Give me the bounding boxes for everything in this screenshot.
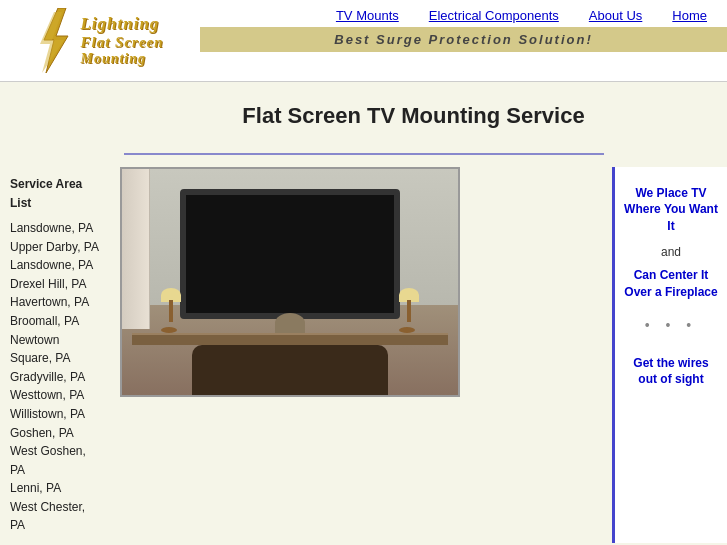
logo-line3: Mounting — [80, 51, 163, 67]
right-sidebar-dots: • • • — [645, 317, 697, 333]
right-sidebar-connector: and — [661, 245, 681, 259]
right-sidebar-item3: Get the wires out of sight — [623, 355, 719, 389]
service-list-item: West Goshen, PA — [10, 442, 100, 479]
title-section: Flat Screen TV Mounting Service — [200, 82, 627, 141]
service-list-item: Upper Darby, PA — [10, 238, 100, 257]
service-list-item: Gradyville, PA — [10, 368, 100, 387]
nav-about[interactable]: About Us — [589, 8, 642, 23]
service-area-title: Service Area List — [10, 175, 100, 213]
lightning-icon — [36, 8, 76, 73]
main-layout: Service Area List Lansdowne, PAUpper Dar… — [0, 167, 727, 543]
service-list-item: Lansdowne, PA — [10, 219, 100, 238]
service-list-item: West Chester, PA — [10, 498, 100, 535]
logo-line2: Flat Screen — [80, 34, 163, 51]
service-list-item: Lansdowne, PA — [10, 256, 100, 275]
right-sidebar-item2: Can Center It Over a Fireplace — [623, 267, 719, 301]
logo: Lightning Flat Screen Mounting — [36, 8, 163, 73]
mantel — [132, 333, 448, 345]
service-list-item: Drexel Hill, PA — [10, 275, 100, 294]
tv-image — [120, 167, 460, 397]
tv-screen — [180, 189, 400, 319]
lamp-right — [400, 288, 418, 333]
nav-electrical[interactable]: Electrical Components — [429, 8, 559, 23]
header: Lightning Flat Screen Mounting TV Mounts… — [0, 0, 727, 82]
service-list-item: Havertown, PA — [10, 293, 100, 312]
right-sidebar: We Place TV Where You Want It and Can Ce… — [612, 167, 727, 543]
service-list-item: Westtown, PA — [10, 386, 100, 405]
nav-area: TV Mounts Electrical Components About Us… — [200, 0, 727, 81]
page-title: Flat Screen TV Mounting Service — [200, 102, 627, 131]
right-sidebar-item1: We Place TV Where You Want It — [623, 185, 719, 235]
nav-home[interactable]: Home — [672, 8, 707, 23]
left-sidebar: Service Area List Lansdowne, PAUpper Dar… — [0, 167, 110, 543]
decorative-item — [275, 313, 305, 333]
service-list-item: Goshen, PA — [10, 424, 100, 443]
banner-bar: Best Surge Protection Solution! — [200, 27, 727, 52]
service-list-item: Broomall, PA — [10, 312, 100, 331]
fireplace-opening — [192, 345, 388, 395]
nav-tv-mounts[interactable]: TV Mounts — [336, 8, 399, 23]
tv-wall — [122, 169, 458, 395]
title-divider — [124, 153, 604, 155]
service-list-item: Willistown, PA — [10, 405, 100, 424]
service-list-item: Lenni, PA — [10, 479, 100, 498]
service-list-item: Newtown Square, PA — [10, 331, 100, 368]
logo-area: Lightning Flat Screen Mounting — [0, 0, 200, 81]
service-list: Lansdowne, PAUpper Darby, PALansdowne, P… — [10, 219, 100, 535]
curtain — [122, 169, 150, 329]
logo-line1: Lightning — [80, 14, 163, 34]
nav-links: TV Mounts Electrical Components About Us… — [200, 0, 727, 27]
logo-text: Lightning Flat Screen Mounting — [80, 14, 163, 67]
center-content — [110, 167, 612, 543]
lamp-left — [162, 288, 180, 333]
